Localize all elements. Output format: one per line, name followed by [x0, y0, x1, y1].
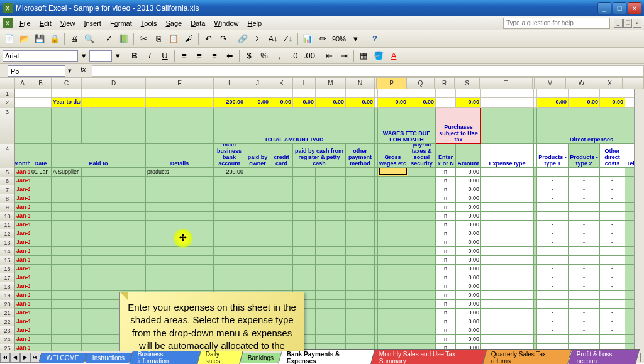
cell[interactable] — [52, 273, 82, 282]
cell[interactable]: n — [436, 273, 456, 282]
cell[interactable] — [408, 273, 436, 282]
cell[interactable] — [30, 238, 52, 247]
cell[interactable]: n — [436, 326, 456, 335]
sort-desc-icon[interactable]: Z↓ — [281, 32, 295, 46]
formula-input[interactable] — [92, 65, 644, 77]
paste-icon[interactable]: 📋 — [167, 32, 180, 46]
cell[interactable]: - — [600, 335, 625, 344]
cell[interactable]: - — [537, 229, 569, 238]
cell[interactable]: - — [537, 185, 569, 194]
inc-decimal-icon[interactable]: .0 — [287, 49, 301, 63]
cell[interactable]: - — [537, 194, 569, 203]
cell[interactable] — [30, 247, 52, 256]
hyperlink-icon[interactable]: 🔗 — [236, 32, 250, 46]
cell[interactable] — [52, 185, 82, 194]
cell[interactable] — [408, 212, 436, 221]
cell[interactable] — [316, 168, 346, 177]
cell[interactable]: - — [569, 265, 600, 273]
cell[interactable] — [270, 221, 293, 229]
row-header[interactable]: 12 — [0, 229, 15, 238]
cell[interactable] — [408, 89, 436, 98]
cell[interactable]: Jan-13 — [15, 185, 30, 194]
cell[interactable]: - — [537, 309, 569, 317]
row-header[interactable]: 3 — [0, 108, 15, 144]
cell[interactable] — [378, 256, 408, 265]
cell[interactable] — [270, 194, 293, 203]
cell[interactable]: - — [537, 247, 569, 256]
cell[interactable]: - — [537, 326, 569, 335]
cell[interactable]: Jan-13 — [15, 221, 30, 229]
cell[interactable]: - — [600, 168, 625, 177]
cut-icon[interactable]: ✂ — [136, 32, 150, 46]
cell[interactable] — [293, 203, 316, 212]
cell[interactable] — [346, 212, 375, 221]
col-header[interactable]: Q — [407, 78, 435, 89]
cell[interactable] — [346, 238, 375, 247]
cell[interactable]: - — [600, 300, 625, 309]
cell[interactable]: - — [569, 291, 600, 300]
cell[interactable]: - — [569, 168, 600, 177]
cell[interactable]: - — [569, 326, 600, 335]
cell[interactable]: - — [537, 238, 569, 247]
cell[interactable]: n — [436, 265, 456, 273]
menu-edit[interactable]: Edit — [35, 18, 56, 29]
cell[interactable] — [346, 256, 375, 265]
cell[interactable] — [316, 317, 346, 326]
col-header[interactable]: M — [316, 78, 346, 89]
cell[interactable] — [537, 89, 569, 98]
cell[interactable] — [316, 212, 346, 221]
cell[interactable] — [52, 326, 82, 335]
cell[interactable] — [378, 194, 408, 203]
cell[interactable] — [481, 229, 534, 238]
cell[interactable]: 01-Jan-13 — [30, 168, 52, 177]
cell[interactable]: 0.00 — [569, 98, 600, 108]
workbook-close[interactable]: × — [633, 19, 641, 28]
cell[interactable] — [481, 317, 534, 326]
cell[interactable] — [408, 238, 436, 247]
col-header[interactable]: C — [52, 78, 82, 89]
cell[interactable] — [214, 177, 245, 185]
row-header[interactable]: 20 — [0, 300, 15, 309]
dec-decimal-icon[interactable]: .00 — [303, 49, 316, 63]
col-header[interactable]: L — [293, 78, 316, 89]
cell[interactable] — [408, 309, 436, 317]
cell[interactable] — [214, 238, 245, 247]
tab-instructions[interactable]: Instructions — [84, 353, 133, 363]
cell[interactable] — [378, 326, 408, 335]
cell[interactable]: Jan-13 — [15, 256, 30, 265]
cell[interactable] — [346, 309, 375, 317]
cell[interactable] — [346, 168, 375, 177]
cell[interactable] — [30, 177, 52, 185]
cell[interactable] — [316, 185, 346, 194]
cell[interactable]: - — [600, 238, 625, 247]
cell[interactable] — [408, 185, 436, 194]
cell[interactable] — [52, 291, 82, 300]
inc-indent-icon[interactable]: ⇥ — [337, 49, 351, 63]
cell[interactable] — [214, 185, 245, 194]
cell[interactable] — [316, 300, 346, 309]
comma-icon[interactable]: , — [272, 49, 286, 63]
tab-first-icon[interactable]: ⏮ — [0, 353, 10, 363]
cell[interactable]: n — [436, 300, 456, 309]
cell[interactable] — [346, 326, 375, 335]
col-header[interactable]: W — [566, 78, 597, 89]
cell[interactable]: - — [537, 265, 569, 273]
cell[interactable] — [481, 212, 534, 221]
cell[interactable] — [316, 89, 346, 98]
font-color-icon[interactable]: A — [387, 49, 401, 63]
cell[interactable] — [293, 89, 316, 98]
col-header[interactable]: T — [480, 78, 533, 89]
undo-icon[interactable]: ↶ — [201, 32, 215, 46]
format-painter-icon[interactable]: 🖌 — [182, 32, 196, 46]
cell[interactable] — [146, 177, 214, 185]
row-header[interactable]: 8 — [0, 194, 15, 203]
cell[interactable] — [270, 265, 293, 273]
cell[interactable] — [30, 291, 52, 300]
col-header[interactable]: N — [346, 78, 375, 89]
row-header[interactable]: 14 — [0, 247, 15, 256]
tab-profit-loss[interactable]: Profit & Loss accoun — [567, 349, 640, 364]
cell[interactable]: 0.00 — [456, 177, 481, 185]
cell[interactable] — [82, 89, 146, 98]
cell[interactable] — [378, 221, 408, 229]
cell[interactable]: 0.00 — [346, 98, 375, 108]
